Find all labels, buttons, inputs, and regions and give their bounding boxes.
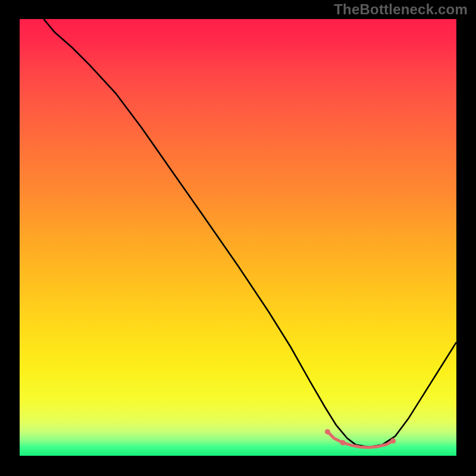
optimal-dot bbox=[325, 429, 330, 434]
watermark-text: TheBottleneck.com bbox=[334, 1, 468, 18]
chart-container: TheBottleneck.com bbox=[0, 0, 476, 476]
optimal-dot bbox=[390, 439, 396, 444]
main-curve bbox=[43, 19, 456, 447]
plot-area bbox=[20, 19, 456, 456]
curve-layer bbox=[20, 19, 456, 456]
optimal-dot bbox=[340, 440, 346, 445]
